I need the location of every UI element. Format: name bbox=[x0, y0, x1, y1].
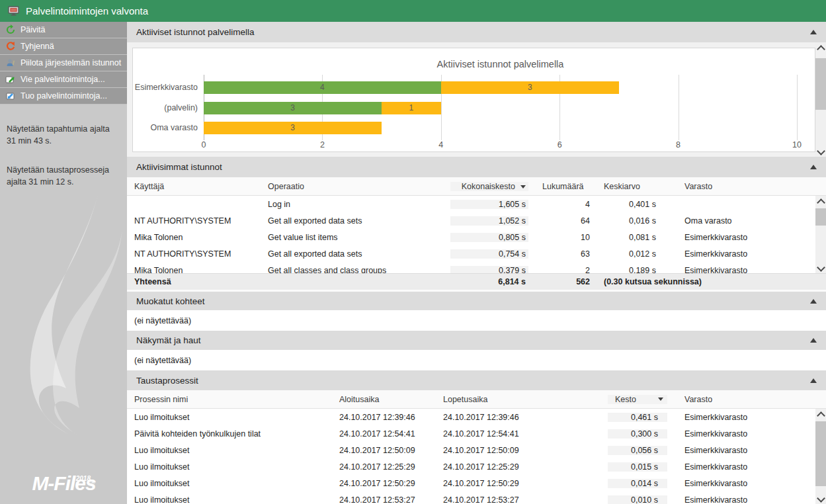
table-row[interactable]: Luo ilmoitukset24.10.2017 12:25:2924.10.… bbox=[127, 458, 815, 475]
column-header-operation[interactable]: Operaatio bbox=[261, 182, 450, 191]
section-header-views-searches[interactable]: Näkymät ja haut bbox=[127, 331, 826, 350]
cell-average: 0,189 s bbox=[597, 266, 659, 274]
chart-scrollbar[interactable] bbox=[815, 42, 826, 157]
section-title: Aktiivisimmat istunnot bbox=[136, 162, 222, 172]
column-header-vault[interactable]: Varasto bbox=[677, 182, 826, 191]
table-row[interactable]: Luo ilmoitukset24.10.2017 12:50:0924.10.… bbox=[127, 442, 815, 458]
cell-end-time: 24.10.2017 12:39:46 bbox=[436, 413, 608, 422]
cell-operation: Get all exported data sets bbox=[261, 249, 450, 259]
cell-vault: Esimerkkivarasto bbox=[677, 446, 815, 455]
cell-count: 64 bbox=[535, 216, 593, 226]
total-duration-value: 6,814 s bbox=[450, 277, 528, 286]
section-title: Näkymät ja haut bbox=[136, 335, 201, 345]
background-tasks-table-header[interactable]: Prosessin nimi Aloitusaika Lopetusaika K… bbox=[127, 390, 826, 409]
table-row[interactable]: Luo ilmoitukset24.10.2017 12:50:2924.10.… bbox=[127, 475, 815, 491]
table-row[interactable]: Luo ilmoitukset24.10.2017 12:53:2724.10.… bbox=[127, 491, 815, 504]
table-row[interactable]: Päivitä kohteiden työnkulkujen tilat24.1… bbox=[127, 425, 815, 442]
column-header-count[interactable]: Lukumäärä bbox=[535, 182, 593, 191]
section-header-active-sessions-chart[interactable]: Aktiiviset istunnot palvelimella bbox=[127, 22, 826, 42]
cell-start-time: 24.10.2017 12:25:29 bbox=[332, 462, 436, 472]
cell-process-name: Luo ilmoitukset bbox=[127, 446, 332, 455]
window-title: Palvelintoimintojen valvonta bbox=[26, 5, 148, 17]
column-header-vault[interactable]: Varasto bbox=[677, 395, 826, 404]
cell-vault: Esimerkkivarasto bbox=[677, 266, 815, 274]
cell-vault: Oma varasto bbox=[677, 216, 815, 226]
sidebar-button-label: Tyhjennä bbox=[21, 42, 54, 51]
scrollbar-thumb[interactable] bbox=[815, 208, 826, 226]
bar-segment: 3 bbox=[441, 81, 619, 94]
cell-duration: 0,300 s bbox=[608, 429, 667, 439]
top-sessions-table-header[interactable]: Käyttäjä Operaatio Kokonaiskesto Lukumää… bbox=[127, 177, 826, 196]
swirl-graphic bbox=[0, 190, 127, 468]
column-header-total-duration[interactable]: Kokonaiskesto bbox=[450, 182, 528, 191]
column-header-process-name[interactable]: Prosessin nimi bbox=[127, 395, 332, 404]
clear-button[interactable]: Tyhjennä bbox=[0, 38, 127, 55]
export-server-activity-button[interactable]: Vie palvelintoimintoja... bbox=[0, 71, 127, 88]
app-window: Palvelintoimintojen valvonta Päivitä Tyh… bbox=[0, 0, 826, 504]
chart-gridline bbox=[797, 75, 798, 140]
hide-system-sessions-button[interactable]: Piilota järjestelmän istunnot bbox=[0, 55, 127, 71]
cell-end-time: 24.10.2017 12:53:27 bbox=[436, 495, 608, 504]
modified-objects-empty-text: (ei näytettävää) bbox=[127, 310, 826, 331]
collapse-icon[interactable] bbox=[810, 378, 817, 383]
section-title: Aktiiviset istunnot palvelimella bbox=[136, 27, 255, 37]
cell-end-time: 24.10.2017 12:54:41 bbox=[436, 429, 608, 439]
cell-total-duration: 0,754 s bbox=[450, 249, 528, 259]
section-header-modified-objects[interactable]: Muokatut kohteet bbox=[127, 292, 826, 310]
scroll-up-icon[interactable] bbox=[815, 409, 826, 419]
cell-total-duration: 1,605 s bbox=[450, 200, 528, 209]
table-row[interactable]: Luo ilmoitukset24.10.2017 12:39:4624.10.… bbox=[127, 409, 815, 425]
column-header-end-time[interactable]: Lopetusaika bbox=[436, 395, 608, 404]
export-icon bbox=[5, 74, 16, 85]
cell-duration: 0,015 s bbox=[608, 462, 667, 472]
import-server-activity-button[interactable]: Tuo palvelintoimintoja... bbox=[0, 88, 127, 105]
top-sessions-scrollbar[interactable] bbox=[815, 196, 826, 273]
column-header-user[interactable]: Käyttäjä bbox=[127, 182, 261, 191]
logo-registered-mark: ® bbox=[91, 480, 95, 486]
import-icon bbox=[5, 91, 16, 101]
table-row[interactable]: Mika TolonenGet all classes and class gr… bbox=[127, 262, 815, 273]
collapse-icon[interactable] bbox=[810, 338, 817, 343]
cell-count: 10 bbox=[535, 233, 593, 242]
scroll-down-icon[interactable] bbox=[815, 146, 826, 157]
column-header-average[interactable]: Keskiarvo bbox=[597, 182, 659, 191]
cell-process-name: Luo ilmoitukset bbox=[127, 462, 332, 472]
scroll-down-icon[interactable] bbox=[815, 493, 826, 504]
table-row[interactable]: Log in1,605 s40,401 s bbox=[127, 196, 815, 212]
cell-total-duration: 0,379 s bbox=[450, 266, 528, 274]
cell-average: 0,016 s bbox=[597, 216, 659, 226]
cell-process-name: Luo ilmoitukset bbox=[127, 479, 332, 488]
cell-process-name: Päivitä kohteiden työnkulkujen tilat bbox=[127, 429, 332, 439]
column-header-duration[interactable]: Kesto bbox=[608, 395, 667, 404]
section-header-top-sessions[interactable]: Aktiivisimmat istunnot bbox=[127, 157, 826, 177]
cell-count: 2 bbox=[535, 266, 593, 274]
sidebar-button-label: Piilota järjestelmän istunnot bbox=[21, 58, 121, 67]
collapse-icon[interactable] bbox=[810, 299, 817, 304]
total-rate-value: (0.30 kutsua sekunnissa) bbox=[597, 277, 659, 286]
total-label: Yhteensä bbox=[127, 277, 261, 286]
sidebar: Päivitä Tyhjennä Piilota järjestelmän is… bbox=[0, 22, 127, 504]
cell-end-time: 24.10.2017 12:50:29 bbox=[436, 479, 608, 488]
sidebar-button-label: Päivitä bbox=[21, 25, 46, 34]
cell-vault: Esimerkkivarasto bbox=[677, 249, 815, 259]
section-header-background-tasks[interactable]: Taustaprosessit bbox=[127, 370, 826, 390]
table-row[interactable]: Mika TolonenGet value list items0,805 s1… bbox=[127, 229, 815, 245]
section-title: Taustaprosessit bbox=[136, 376, 198, 386]
cell-vault: Esimerkkivarasto bbox=[677, 479, 815, 488]
collapse-icon[interactable] bbox=[810, 165, 817, 169]
cell-vault: Esimerkkivarasto bbox=[677, 413, 815, 422]
table-row[interactable]: NT AUTHORITY\SYSTEMGet all exported data… bbox=[127, 212, 815, 229]
scrollbar-thumb[interactable] bbox=[815, 421, 826, 486]
background-tasks-scrollbar[interactable] bbox=[815, 409, 826, 504]
collapse-icon[interactable] bbox=[810, 30, 817, 34]
column-header-start-time[interactable]: Aloitusaika bbox=[332, 395, 436, 404]
cell-average: 0,012 s bbox=[597, 249, 659, 259]
refresh-button[interactable]: Päivitä bbox=[0, 22, 127, 38]
sessions-bar-chart: Aktiiviset istunnot palvelimella 0246810… bbox=[132, 48, 815, 152]
table-row[interactable]: NT AUTHORITY\SYSTEMGet all exported data… bbox=[127, 245, 815, 262]
scroll-up-icon[interactable] bbox=[815, 42, 826, 53]
cell-operation: Get all classes and class groups bbox=[261, 266, 450, 274]
scroll-up-icon[interactable] bbox=[815, 196, 826, 206]
scroll-down-icon[interactable] bbox=[815, 263, 826, 273]
scrollbar-thumb[interactable] bbox=[815, 58, 826, 110]
